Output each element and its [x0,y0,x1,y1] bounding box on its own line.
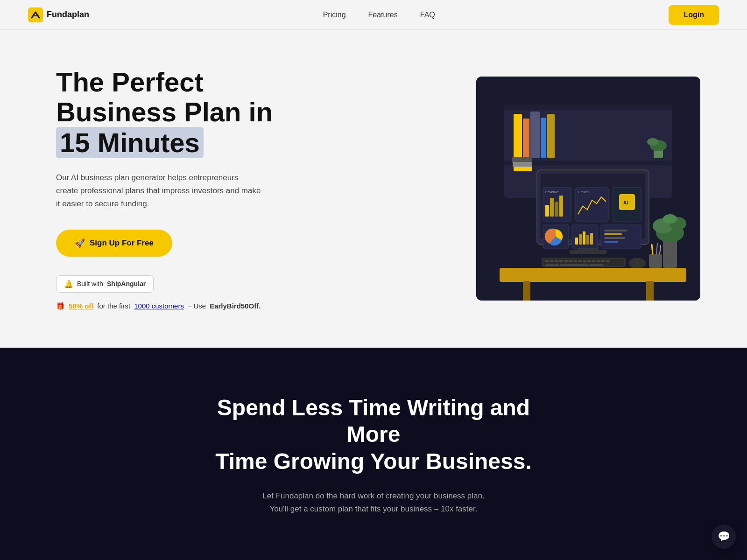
brand-logo[interactable]: Fundaplan [28,7,89,22]
dark-section: Spend Less Time Writing and More Time Gr… [0,348,747,560]
shipangular-icon: 🔔 [64,280,73,288]
svg-line-73 [652,245,653,254]
svg-rect-69 [500,268,686,282]
svg-rect-70 [523,281,530,301]
svg-rect-64 [545,264,559,266]
promo-dash: – Use [188,302,206,310]
svg-rect-3 [504,105,672,110]
hero-title-line2: Business Plan in [56,97,273,127]
svg-rect-56 [573,260,577,262]
chat-bubble-button[interactable]: 💬 [712,525,736,549]
built-with-prefix: Built with [77,280,103,287]
svg-rect-61 [597,260,600,262]
svg-rect-59 [587,260,591,262]
navbar: Fundaplan Pricing Features FAQ Login [0,0,747,30]
svg-rect-28 [555,202,558,217]
svg-rect-39 [579,234,582,245]
svg-rect-46 [604,237,625,239]
svg-rect-29 [559,196,563,217]
svg-rect-8 [541,118,546,158]
hero-title-line3: 15 Minutes [56,127,204,159]
svg-rect-63 [606,260,610,262]
svg-rect-52 [555,260,558,262]
svg-rect-57 [578,260,582,262]
hero-illustration: Revenue Growth AI [476,77,700,301]
logo-icon [28,7,43,22]
hero-title: The Perfect Business Plan in 15 Minutes [56,67,273,158]
dark-title-line2: Time Growing Your Business. [215,449,531,474]
nav-link-pricing[interactable]: Pricing [323,11,346,19]
nav-item-features[interactable]: Features [368,11,398,19]
svg-rect-62 [601,260,605,262]
svg-rect-13 [514,167,532,171]
nav-link-faq[interactable]: FAQ [420,11,435,19]
dark-section-title: Spend Less Time Writing and More Time Gr… [210,394,537,475]
svg-rect-47 [604,241,618,243]
dark-title-line1: Spend Less Time Writing and More [217,395,530,447]
svg-rect-38 [575,238,578,245]
svg-rect-53 [559,260,563,262]
svg-rect-71 [646,281,654,301]
svg-rect-45 [604,233,622,235]
svg-rect-9 [547,114,555,158]
svg-rect-58 [583,260,586,262]
svg-text:Growth: Growth [578,190,589,194]
svg-rect-42 [590,233,593,245]
svg-rect-72 [649,254,662,268]
hero-image: Revenue Growth AI [476,77,700,301]
promo-code: EarlyBird50Off. [210,302,261,310]
nav-links: Pricing Features FAQ [323,11,435,19]
svg-rect-15 [512,157,532,162]
promo-suffix: for the first [97,302,130,310]
hero-section: The Perfect Business Plan in 15 Minutes … [0,30,747,348]
svg-rect-7 [530,112,540,158]
built-with-name: ShipAngular [107,280,146,287]
promo-banner: 🎁 50% off for the first 1000 customers –… [56,302,273,310]
svg-rect-43 [601,225,641,248]
promo-percent: 50% off [69,302,93,310]
svg-rect-44 [604,230,627,231]
desk-illustration: Revenue Growth AI [476,77,700,301]
signup-button-label: Sign Up For Free [90,238,154,248]
nav-item-pricing[interactable]: Pricing [323,11,346,19]
svg-point-80 [663,214,677,224]
svg-rect-40 [583,231,585,245]
svg-rect-0 [28,7,43,22]
svg-point-12 [647,138,658,146]
hero-content: The Perfect Business Plan in 15 Minutes … [56,67,273,310]
svg-rect-6 [523,119,529,158]
svg-rect-54 [564,260,568,262]
signup-button[interactable]: 🚀 Sign Up For Free [56,230,172,257]
svg-text:AI: AI [623,200,628,205]
dark-section-subtitle: Let Fundaplan do the hard work of creati… [257,490,490,516]
svg-rect-5 [514,114,522,158]
svg-rect-60 [592,260,596,262]
chat-icon: 💬 [718,531,730,543]
svg-rect-41 [586,235,589,245]
svg-rect-26 [545,205,549,217]
svg-rect-19 [570,250,607,254]
hero-subtitle: Our AI business plan generator helps ent… [56,171,261,210]
nav-item-faq[interactable]: FAQ [420,11,435,19]
gift-icon: 🎁 [56,302,65,310]
rocket-icon: 🚀 [75,238,85,248]
built-with-badge: 🔔 Built with ShipAngular [56,275,154,293]
svg-text:Revenue: Revenue [545,190,558,194]
svg-rect-14 [513,162,532,167]
svg-rect-50 [545,260,549,262]
svg-rect-55 [569,260,572,262]
svg-rect-65 [560,264,588,266]
nav-link-features[interactable]: Features [368,11,398,19]
promo-customers-link[interactable]: 1000 customers [134,302,184,310]
svg-rect-27 [550,198,554,217]
svg-rect-66 [589,264,603,266]
brand-name: Fundaplan [47,10,89,20]
login-button[interactable]: Login [669,5,719,25]
hero-title-line1: The Perfect [56,67,204,97]
svg-rect-51 [550,260,554,262]
